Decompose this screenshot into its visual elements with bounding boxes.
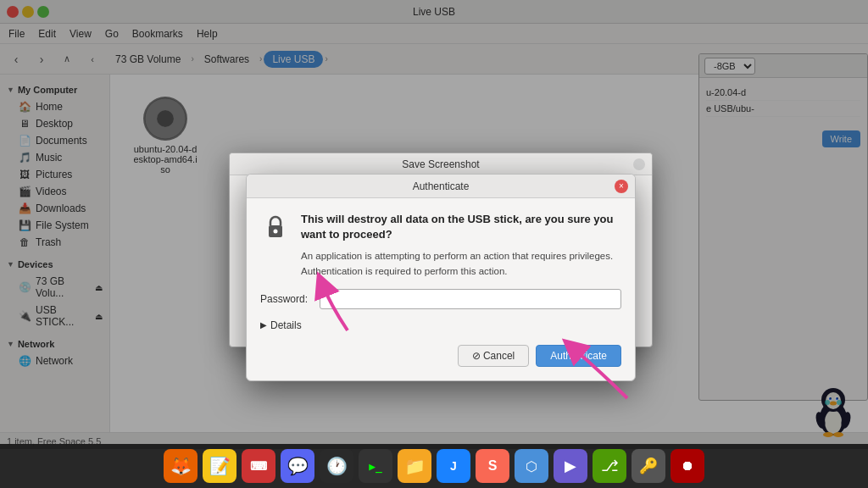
- gitahead-icon: ⬡: [526, 458, 537, 474]
- taskbar-keylock[interactable]: 🔑: [632, 449, 665, 483]
- taskbar-gitg[interactable]: ⎇: [593, 449, 626, 483]
- save-screenshot-close-button[interactable]: [633, 158, 645, 170]
- auth-titlebar: Authenticate ×: [247, 175, 635, 198]
- sublime-icon: S: [488, 458, 498, 474]
- taskbar-screenkey[interactable]: ⌨: [242, 449, 275, 483]
- auth-buttons: ⊘ Cancel Authenticate: [260, 341, 621, 367]
- taskbar-stickynotes[interactable]: 📝: [203, 449, 236, 483]
- media-icon: ▶: [565, 457, 576, 475]
- files-icon: 📁: [404, 456, 426, 476]
- auth-dialog: Authenticate × This will destroy all dat…: [246, 174, 636, 381]
- cancel-icon: ⊘: [472, 350, 481, 362]
- auth-title: Authenticate: [413, 180, 470, 192]
- taskbar-gitahead[interactable]: ⬡: [515, 449, 548, 483]
- auth-sub-text: An application is attempting to perform …: [301, 249, 621, 279]
- taskbar: 🦊 📝 ⌨ 💬 🕐 ▶_ 📁 J S ⬡ ▶ ⎇ 🔑: [0, 444, 868, 488]
- taskbar-firefox[interactable]: 🦊: [164, 449, 198, 483]
- svg-point-4: [274, 230, 278, 234]
- taskbar-terminal[interactable]: ▶_: [359, 449, 392, 483]
- auth-text-block: This will destroy all data on the USB st…: [301, 212, 621, 279]
- screenkey-icon: ⌨: [250, 459, 267, 473]
- auth-main-text: This will destroy all data on the USB st…: [301, 212, 621, 242]
- taskbar-files[interactable]: 📁: [398, 449, 431, 483]
- auth-password-row: Password:: [260, 289, 621, 309]
- stickynotes-icon: 📝: [209, 456, 231, 476]
- taskbar-discord[interactable]: 💬: [281, 449, 314, 483]
- auth-close-button[interactable]: ×: [615, 180, 628, 193]
- firefox-icon: 🦊: [170, 456, 192, 476]
- taskbar-joplin[interactable]: J: [437, 449, 470, 483]
- auth-details-label: Details: [270, 319, 302, 331]
- save-screenshot-title: Save Screenshot: [402, 158, 479, 170]
- lock-icon: [260, 212, 291, 242]
- taskbar-media[interactable]: ▶: [554, 449, 587, 483]
- auth-authenticate-button[interactable]: Authenticate: [536, 345, 621, 367]
- cancel-label: Cancel: [483, 350, 515, 362]
- taskbar-recorder[interactable]: ⏺: [670, 449, 704, 483]
- authenticate-label: Authenticate: [550, 350, 607, 362]
- auth-body: This will destroy all data on the USB st…: [247, 198, 635, 380]
- taskbar-sublime[interactable]: S: [476, 449, 509, 483]
- auth-details-row[interactable]: ▶ Details: [260, 319, 621, 331]
- auth-cancel-button[interactable]: ⊘ Cancel: [458, 345, 530, 367]
- discord-icon: 💬: [287, 456, 309, 476]
- details-arrow-icon: ▶: [260, 320, 267, 330]
- keylock-icon: 🔑: [639, 457, 658, 475]
- gitg-icon: ⎇: [601, 457, 619, 475]
- save-screenshot-titlebar: Save Screenshot: [230, 153, 652, 175]
- auth-password-input[interactable]: [320, 289, 621, 309]
- auth-password-label: Password:: [260, 293, 311, 305]
- clock-icon: 🕐: [326, 456, 348, 476]
- terminal-icon: ▶_: [369, 460, 382, 473]
- taskbar-clock[interactable]: 🕐: [320, 449, 353, 483]
- auth-header-row: This will destroy all data on the USB st…: [260, 212, 621, 279]
- joplin-icon: J: [450, 459, 457, 473]
- recorder-icon: ⏺: [681, 458, 694, 474]
